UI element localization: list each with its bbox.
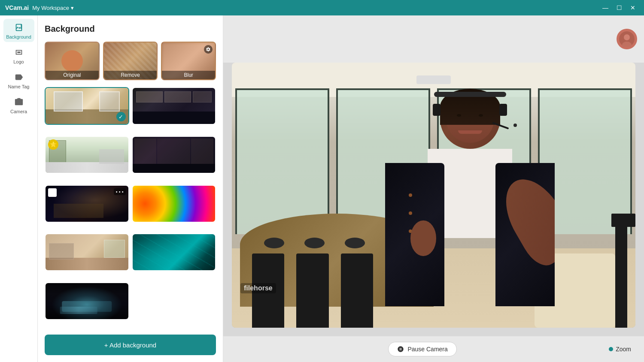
sidebar-item-background-label: Background: [6, 34, 31, 39]
svg-point-1: [624, 34, 630, 40]
user-avatar[interactable]: [617, 29, 637, 49]
zoom-dot: [609, 347, 613, 351]
main-layout: Background Logo Name Tag: [0, 15, 644, 362]
bg-thumb-7[interactable]: [45, 233, 129, 271]
workspace-dropdown-icon: ▾: [71, 5, 74, 11]
window-controls: — ☐ ✕: [599, 2, 639, 14]
workspace-name: My Workspace: [32, 5, 69, 11]
pause-camera-label: Pause Camera: [407, 346, 447, 353]
preset-original[interactable]: Original: [45, 42, 100, 80]
app-logo: VCam.ai: [5, 4, 29, 11]
gear-icon: [204, 45, 213, 54]
bg-thumb-5[interactable]: • • •: [45, 185, 129, 223]
sidebar-item-camera-label: Camera: [10, 109, 27, 114]
selected-check: ✓: [116, 112, 126, 121]
sidebar: Background Logo Name Tag: [0, 15, 38, 362]
star-badge-icon: ⭐: [48, 139, 58, 150]
bg-image-4: [133, 137, 216, 173]
bg-image-1: [46, 88, 128, 124]
panel-title: Background: [45, 24, 216, 34]
zoom-indicator: Zoom: [609, 346, 631, 353]
more-options-icon: • • •: [114, 188, 126, 195]
bg-image-7: [46, 234, 128, 270]
title-bar-left: VCam.ai My Workspace ▾: [5, 4, 74, 11]
title-bar: VCam.ai My Workspace ▾ — ☐ ✕: [0, 0, 644, 15]
sidebar-item-logo-label: Logo: [13, 59, 24, 64]
bg-thumb-1[interactable]: ✓: [45, 87, 129, 125]
sidebar-item-camera[interactable]: Camera: [3, 94, 34, 117]
pause-icon: [397, 346, 404, 353]
video-preview: filehorse: [232, 63, 635, 328]
white-badge: [48, 188, 57, 197]
bg-image-6: [133, 186, 216, 222]
bg-thumb-6[interactable]: [132, 185, 216, 223]
bg-thumb-2[interactable]: [132, 87, 216, 125]
bg-grid-spacer: [132, 282, 216, 320]
preset-original-label: Original: [46, 71, 99, 79]
maximize-button[interactable]: ☐: [613, 2, 625, 14]
sidebar-item-nametag[interactable]: Name Tag: [3, 69, 34, 92]
nametag-icon: [14, 72, 24, 82]
preset-blur[interactable]: Blur: [161, 42, 216, 80]
background-grid: ✓ ⭐: [45, 87, 216, 329]
logo-icon: [14, 47, 24, 57]
workspace-selector[interactable]: My Workspace ▾: [32, 5, 74, 11]
preview-area: filehorse Pause Camera Zoom: [223, 15, 644, 362]
bg-thumb-4[interactable]: [132, 136, 216, 174]
background-panel: Background Original Remove: [38, 15, 223, 362]
add-background-button[interactable]: + Add background: [45, 335, 216, 355]
bg-image-9: [46, 283, 128, 319]
preset-row: Original Remove Blur: [45, 42, 216, 80]
sidebar-item-background[interactable]: Background: [3, 19, 34, 42]
watermark: filehorse: [240, 283, 276, 293]
bg-image-2: [133, 88, 216, 124]
sidebar-item-logo[interactable]: Logo: [3, 44, 34, 67]
sidebar-item-nametag-label: Name Tag: [8, 84, 30, 89]
bg-image-8: [133, 234, 216, 270]
bg-thumb-3[interactable]: ⭐: [45, 136, 129, 174]
preset-remove-label: Remove: [104, 71, 157, 79]
camera-icon: [14, 97, 24, 107]
zoom-label: Zoom: [616, 346, 631, 353]
preview-bottom-bar: Pause Camera Zoom: [223, 336, 644, 362]
watermark-text: filehorse: [244, 284, 273, 292]
close-button[interactable]: ✕: [627, 2, 639, 14]
background-icon: [14, 22, 24, 33]
bg-thumb-8[interactable]: [132, 233, 216, 271]
bg-thumb-9[interactable]: [45, 282, 129, 320]
minimize-button[interactable]: —: [599, 2, 611, 14]
pause-camera-button[interactable]: Pause Camera: [388, 342, 456, 356]
preset-blur-label: Blur: [162, 71, 215, 79]
preview-top-bar: [223, 15, 644, 63]
preset-remove[interactable]: Remove: [103, 42, 158, 80]
